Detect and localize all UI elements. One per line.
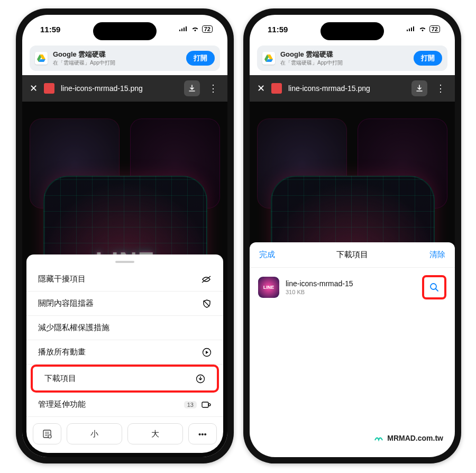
aa-menu-sheet: 隱藏干擾項目 關閉內容阻擋器 減少隱私權保護措施 播放所有動畫: [26, 254, 223, 453]
download-item-size: 310 KB: [286, 289, 353, 295]
shield-off-icon: [202, 299, 212, 308]
more-icon[interactable]: ⋮: [434, 83, 447, 94]
watermark: MRMAD.com.tw: [373, 433, 443, 443]
open-in-drive-banner: Google 雲端硬碟 在「雲端硬碟」App中打開 打開: [30, 46, 220, 71]
signal-icon: [406, 26, 416, 32]
status-time: 11:59: [40, 25, 60, 34]
banner-title: Google 雲端硬碟: [53, 50, 115, 59]
file-thumb-icon: [44, 83, 54, 94]
file-name: line-icons-mrmad-15.png: [288, 84, 405, 93]
downloads-header: 完成 下載項目 清除: [250, 242, 455, 268]
open-in-app-button[interactable]: 打開: [414, 51, 442, 66]
reveal-in-files-button[interactable]: [422, 275, 446, 299]
done-button[interactable]: 完成: [259, 250, 275, 260]
download-item[interactable]: LINE line-icons-mrmad-15 310 KB: [250, 268, 455, 307]
download-thumb: LINE: [258, 277, 279, 298]
close-icon[interactable]: ✕: [257, 83, 265, 94]
menu-manage-extensions[interactable]: 管理延伸功能 13: [26, 393, 223, 417]
google-drive-icon: [262, 52, 275, 65]
file-name: line-icons-mrmad-15.png: [61, 84, 178, 93]
phone-right: 11:59 72 Google 雲端硬碟 在「雲端硬碟」App中打開 打開: [243, 8, 461, 463]
downloads-sheet: 完成 下載項目 清除 LINE line-icons-mrmad-15 310 …: [250, 242, 455, 457]
wifi-icon: [418, 26, 427, 32]
reader-icon: [42, 429, 52, 439]
status-time: 11:59: [268, 25, 288, 34]
text-size-large-button[interactable]: 大: [127, 423, 183, 444]
menu-reduce-privacy[interactable]: 減少隱私權保護措施: [26, 316, 223, 340]
screen-left: 11:59 72 Google 雲端硬碟 在「雲端硬碟」App中打開 打開: [22, 15, 227, 457]
banner-subtitle: 在「雲端硬碟」App中打開: [280, 59, 343, 67]
svg-point-3: [208, 404, 210, 406]
downloads-highlight: 下載項目: [31, 365, 219, 393]
file-thumb-icon: [271, 83, 282, 94]
bottom-tools: 小 大 •••: [26, 417, 223, 445]
signal-icon: [179, 26, 188, 32]
eye-off-icon: [201, 275, 212, 284]
puzzle-icon: [201, 401, 212, 409]
open-in-drive-banner: Google 雲端硬碟 在「雲端硬碟」App中打開 打開: [257, 46, 447, 71]
downloads-title: 下載項目: [336, 250, 368, 260]
svg-point-6: [431, 284, 436, 289]
file-toolbar: ✕ line-icons-mrmad-15.png ⋮: [22, 75, 227, 102]
download-button[interactable]: [411, 80, 427, 96]
google-drive-icon: [35, 52, 48, 65]
dynamic-island: [93, 22, 157, 40]
extension-count-badge: 13: [184, 401, 197, 408]
dynamic-island: [321, 22, 384, 40]
sheet-grabber[interactable]: [115, 261, 134, 263]
text-size-small-button[interactable]: 小: [67, 423, 122, 444]
banner-subtitle: 在「雲端硬碟」App中打開: [53, 59, 115, 67]
more-icon[interactable]: ⋮: [206, 83, 220, 94]
play-icon: [202, 348, 212, 357]
download-circle-icon: [196, 374, 205, 384]
status-battery: 72: [202, 25, 213, 33]
more-options-button[interactable]: •••: [188, 423, 217, 444]
phone-left: 11:59 72 Google 雲端硬碟 在「雲端硬碟」App中打開 打開: [16, 8, 234, 463]
reader-button[interactable]: [33, 423, 61, 444]
clear-button[interactable]: 清除: [429, 250, 445, 260]
close-icon[interactable]: ✕: [30, 83, 38, 94]
file-toolbar: ✕ line-icons-mrmad-15.png ⋮: [250, 75, 455, 102]
download-item-name: line-icons-mrmad-15: [286, 279, 353, 288]
menu-disable-blockers[interactable]: 關閉內容阻擋器: [26, 292, 223, 316]
menu-play-animations[interactable]: 播放所有動畫: [26, 340, 223, 365]
screen-right: 11:59 72 Google 雲端硬碟 在「雲端硬碟」App中打開 打開: [250, 15, 455, 457]
menu-downloads[interactable]: 下載項目: [33, 367, 217, 390]
watermark-icon: [373, 433, 384, 443]
menu-hide-distractions[interactable]: 隱藏干擾項目: [26, 267, 223, 292]
svg-point-5: [48, 435, 51, 438]
open-in-app-button[interactable]: 打開: [186, 51, 215, 66]
svg-rect-2: [202, 402, 208, 407]
search-icon: [429, 282, 440, 293]
status-battery: 72: [429, 25, 440, 33]
banner-title: Google 雲端硬碟: [280, 50, 343, 59]
download-button[interactable]: [184, 80, 200, 96]
wifi-icon: [191, 26, 199, 32]
